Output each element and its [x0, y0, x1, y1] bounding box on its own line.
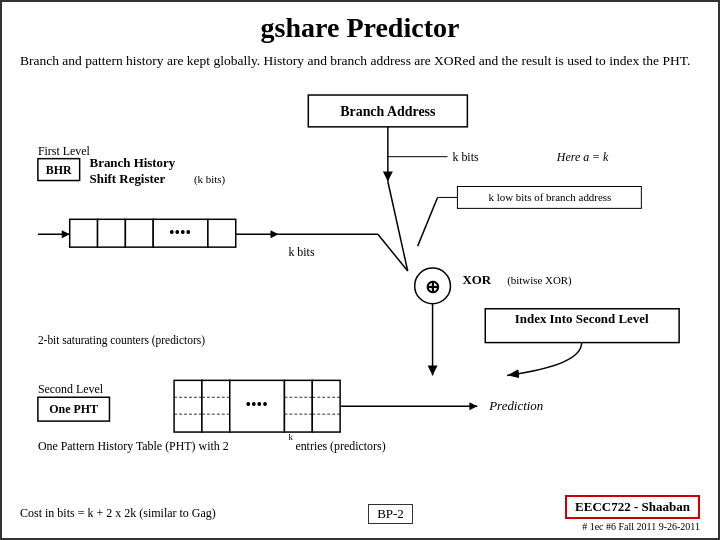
diagram-svg: Branch Address k bits Here a = k First L… [20, 81, 700, 461]
index-second-label-1: Index Into Second Level [515, 311, 649, 326]
svg-rect-29 [202, 380, 230, 432]
xor-symbol: ⊕ [425, 277, 440, 297]
footer-bp: BP-2 [368, 504, 413, 524]
here-a-k-label: Here a = k [556, 150, 609, 164]
pht-note: One Pattern History Table (PHT) with 2 [38, 439, 229, 453]
pht-note-2: entries (predictors) [295, 439, 385, 453]
kbits-paren: (k bits) [194, 172, 226, 185]
slide-title: gshare Predictor [20, 12, 700, 44]
branch-address-label: Branch Address [340, 104, 436, 119]
diagram-area: Branch Address k bits Here a = k First L… [20, 81, 700, 461]
description: Branch and pattern history are kept glob… [20, 52, 700, 71]
k-low-bits-label: k low bits of branch address [488, 191, 611, 203]
svg-rect-36 [312, 380, 340, 432]
svg-marker-13 [271, 230, 279, 238]
saturating-label: 2-bit saturating counters (predictors) [38, 333, 205, 346]
footer-course: EECC722 - Shaaban [565, 495, 700, 519]
second-level-label: Second Level [38, 382, 104, 396]
one-pht-label: One PHT [49, 402, 98, 416]
k-bits-top-label: k bits [452, 150, 478, 164]
pht-note-super: k [288, 432, 293, 442]
svg-marker-6 [62, 230, 70, 238]
xor-sublabel: (bitwise XOR) [507, 274, 572, 287]
svg-rect-8 [98, 219, 126, 247]
svg-rect-7 [70, 219, 98, 247]
bhr-title-2: Shift Register [90, 170, 166, 185]
bhr-title-1: Branch History [90, 155, 176, 170]
svg-rect-33 [284, 380, 312, 432]
svg-marker-40 [469, 402, 477, 410]
svg-marker-2 [383, 171, 393, 181]
xor-label: XOR [462, 272, 491, 287]
svg-rect-11 [208, 219, 236, 247]
svg-rect-9 [125, 219, 153, 247]
ellipsis-pht: •••• [245, 396, 267, 413]
svg-rect-26 [174, 380, 202, 432]
slide: gshare Predictor Branch and pattern hist… [0, 0, 720, 540]
bhr-label: BHR [46, 162, 72, 176]
first-level-label: First Level [38, 144, 91, 158]
footer: Cost in bits = k + 2 x 2k (similar to Ga… [20, 495, 700, 532]
svg-line-20 [418, 197, 438, 246]
svg-marker-23 [428, 365, 438, 375]
ellipsis-bhr: •••• [169, 224, 191, 241]
footer-sub: # 1ec #6 Fall 2011 9-26-2011 [565, 521, 700, 532]
prediction-label: Prediction [488, 398, 543, 413]
k-bits-bottom-label: k bits [288, 245, 314, 259]
footer-cost: Cost in bits = k + 2 x 2k (similar to Ga… [20, 506, 216, 521]
